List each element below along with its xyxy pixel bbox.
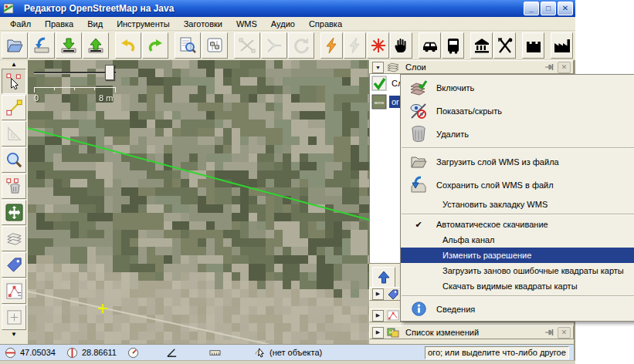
screen: { "window": { "title": "Редактор OpenStr… [0, 0, 634, 364]
download-file-button[interactable] [56, 32, 82, 59]
expand-arrow-icon[interactable]: ▶ [372, 327, 384, 339]
menu-item-label: Показать/скрыть [436, 106, 502, 116]
redo-button[interactable] [142, 32, 168, 59]
layers-icon [387, 62, 399, 72]
menu-item-12[interactable]: Скачать видимые квадраты карты [401, 278, 634, 294]
object-label: (нет объекта) [270, 348, 322, 357]
layers-panel-header: ▼ Слои ✕ [369, 60, 574, 74]
combine-way-button[interactable] [261, 32, 287, 59]
menu-item-4[interactable]: Загрузить слой WMS из файла [401, 150, 634, 174]
upload-file-icon [86, 36, 105, 55]
menu-item-заготовки[interactable]: Заготовки [177, 18, 229, 30]
lightning-button[interactable] [320, 32, 343, 59]
menu-item-14[interactable]: Сведения [401, 298, 634, 319]
castle-button[interactable] [522, 32, 544, 59]
toolbar-group [2, 32, 110, 59]
lightning-off-button[interactable] [344, 32, 366, 59]
map-canvas[interactable] [28, 60, 369, 344]
expand-arrow-icon[interactable]: ▶ [372, 288, 384, 300]
museum-button[interactable] [470, 32, 493, 59]
pan-hand-button[interactable] [390, 32, 412, 59]
menu-item-инструменты[interactable]: Инструменты [110, 18, 177, 30]
menu-item-8[interactable]: ✔Автоматическое скачивание [401, 217, 634, 232]
lightning-icon [323, 36, 341, 55]
menu-item-10[interactable]: Изменить разрешение [401, 248, 634, 263]
pin-icon[interactable] [544, 62, 555, 72]
split-way-button[interactable] [234, 32, 260, 59]
refresh-button[interactable] [288, 32, 314, 59]
restaurant-button[interactable] [493, 32, 516, 59]
undo-icon [119, 36, 137, 55]
spark-icon [369, 36, 388, 55]
save-wms-icon [407, 176, 430, 194]
zoom-slider[interactable] [34, 65, 116, 80]
menu-item-5[interactable]: Сохранить слой WMS в файл [401, 174, 634, 197]
museum-icon [473, 36, 491, 55]
delete-tool-button[interactable] [2, 174, 26, 199]
menu-item-label: Автоматическое скачивание [436, 220, 548, 229]
zoom-tool-button[interactable] [2, 147, 26, 173]
tag-tool-button[interactable] [2, 252, 26, 278]
main-toolbar [0, 31, 575, 60]
move-tool-icon [5, 204, 23, 221]
undo-button[interactable] [115, 32, 141, 59]
spark-button[interactable] [367, 32, 389, 59]
panel-close-icon[interactable]: ✕ [558, 62, 571, 73]
layers-tool-button[interactable] [2, 226, 26, 251]
rail-scroll-up[interactable]: ▲ [0, 60, 28, 68]
open-folder-button[interactable] [2, 32, 28, 59]
up-arrow-icon [376, 269, 392, 286]
menu-item-wms[interactable]: WMS [229, 18, 264, 30]
select-tool-button[interactable] [2, 69, 26, 94]
car-button[interactable] [419, 32, 441, 59]
rail-buttons [0, 68, 28, 336]
menu-separator [402, 295, 634, 297]
collapse-arrow-icon[interactable]: ▼ [372, 62, 384, 73]
panel-close-icon[interactable]: ✕ [558, 327, 571, 339]
menu-item-аудио[interactable]: Аудио [264, 18, 302, 30]
pin-icon[interactable] [544, 328, 555, 338]
draw-way-tool-button[interactable] [2, 95, 26, 120]
tag-tool-icon [5, 256, 23, 274]
rail-scroll-down[interactable]: ▼ [0, 330, 28, 338]
factory-button[interactable] [551, 32, 573, 59]
hint-field[interactable]: ого; или выделите что-либо другое [425, 346, 569, 359]
menu-item-правка[interactable]: Правка [38, 18, 80, 30]
menu-item-0[interactable]: Включить [401, 76, 634, 99]
scale-start-label: 0 [34, 93, 39, 103]
bus-button[interactable] [442, 32, 464, 59]
menu-item-вид[interactable]: Вид [80, 18, 110, 30]
extra-tool-button[interactable] [2, 305, 26, 330]
menu-item-11[interactable]: Загрузить заново ошибочные квадраты карт… [401, 263, 634, 278]
titlebar[interactable]: Редактор OpenStreetMap на Java _ □ ✕ [0, 0, 575, 17]
map-view[interactable]: 0 8 m [28, 60, 369, 344]
menu-item-файл[interactable]: Файл [3, 18, 38, 30]
menu-item-1[interactable]: Показать/скрыть [401, 99, 634, 123]
menu-item-6[interactable]: Установить закладку WMS [401, 197, 634, 212]
extra-tool-icon [5, 308, 23, 326]
eye-hide-icon [407, 102, 430, 120]
folder-gray-icon [407, 153, 430, 171]
layer-up-button[interactable] [372, 267, 395, 288]
relations-tool-button[interactable] [2, 278, 26, 304]
expand-arrow-icon[interactable]: ▶ [372, 310, 384, 322]
zoom-selection-button[interactable] [175, 32, 201, 59]
menu-separator [402, 214, 634, 215]
upload-file-button[interactable] [83, 32, 109, 59]
maximize-button[interactable]: □ [541, 2, 556, 15]
layers-tool-icon [5, 230, 23, 248]
delete-tool-icon [5, 177, 23, 195]
menu-item-label: Загрузить слой WMS из файла [436, 157, 559, 167]
angle-tool-button[interactable] [2, 121, 26, 147]
menu-item-2[interactable]: Удалить [401, 123, 634, 146]
zoom-slider-handle[interactable] [105, 65, 114, 80]
close-button[interactable]: ✕ [558, 2, 573, 15]
preferences-button[interactable] [202, 32, 228, 59]
move-tool-button[interactable] [2, 200, 26, 225]
download-osm-button[interactable] [29, 32, 55, 59]
minimize-button[interactable]: _ [524, 2, 539, 15]
menu-item-справка[interactable]: Справка [302, 18, 349, 30]
selection-sm-icon [387, 310, 399, 321]
menu-item-9[interactable]: Альфа канал [401, 232, 634, 248]
window-bottom-border [0, 360, 575, 364]
